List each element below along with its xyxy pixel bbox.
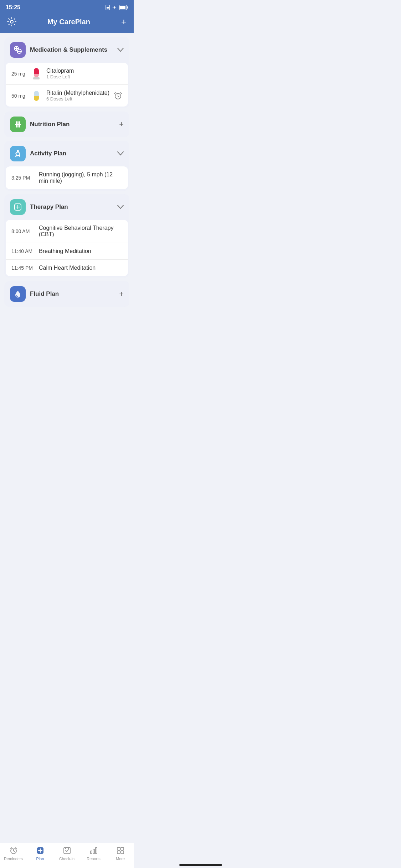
nutrition-title: Nutrition Plan: [30, 121, 115, 128]
citalopram-icon: [31, 68, 42, 79]
therapy-item-calm[interactable]: 11:45 PM Calm Heart Meditation: [6, 260, 128, 276]
running-name: Running (jogging), 5 mph (12 min mile): [39, 171, 122, 184]
svg-rect-4: [127, 6, 128, 9]
therapy-toggle[interactable]: [117, 205, 124, 209]
main-content: Medication & Supplements 25 mg Citalopra: [0, 33, 134, 335]
activity-header[interactable]: Activity Plan: [4, 141, 129, 166]
medication-header[interactable]: Medication & Supplements: [4, 37, 129, 63]
activity-toggle[interactable]: [117, 151, 124, 156]
fluid-section: Fluid Plan +: [4, 281, 129, 307]
fluid-title: Fluid Plan: [30, 290, 115, 298]
medication-item-citalopram[interactable]: 25 mg Citalopram 1 Dose Left: [6, 63, 128, 85]
ritalin-icon: [31, 91, 42, 101]
medication-icon: [10, 42, 26, 58]
nutrition-icon: [10, 117, 26, 132]
app-header: My CarePlan +: [0, 14, 134, 33]
citalopram-sub: 1 Dose Left: [46, 74, 122, 79]
fluid-icon: [10, 286, 26, 302]
therapy-section: Therapy Plan 8:00 AM Cognitive Behaviora…: [4, 194, 129, 278]
status-time: 15:25: [6, 4, 20, 11]
header-title: My CarePlan: [47, 18, 90, 26]
status-icons: ✈: [105, 5, 128, 10]
ritalin-dose: 50 mg: [11, 93, 26, 99]
activity-item-running[interactable]: 3:25 PM Running (jogging), 5 mph (12 min…: [6, 166, 128, 189]
therapy-list: 8:00 AM Cognitive Behavioral Therapy (CB…: [6, 220, 128, 276]
airplane-icon: ✈: [112, 5, 117, 10]
nutrition-section: Nutrition Plan +: [4, 112, 129, 137]
calm-time: 11:45 PM: [11, 265, 35, 271]
breathing-time: 11:40 AM: [11, 248, 35, 254]
medication-toggle[interactable]: [117, 48, 124, 52]
breathing-name: Breathing Meditation: [39, 248, 122, 254]
ritalin-alarm-icon[interactable]: [114, 92, 122, 100]
status-bar: 15:25 ✈: [0, 0, 134, 14]
activity-icon: [10, 146, 26, 161]
therapy-icon: [10, 199, 26, 215]
svg-rect-1: [107, 7, 109, 9]
fluid-header[interactable]: Fluid Plan +: [4, 281, 129, 307]
cbt-name: Cognitive Behavioral Therapy (CBT): [39, 225, 122, 238]
medication-item-ritalin[interactable]: 50 mg Ritalin (Methylphenidate) 6 Doses …: [6, 85, 128, 107]
battery-icon: [119, 5, 128, 10]
therapy-item-cbt[interactable]: 8:00 AM Cognitive Behavioral Therapy (CB…: [6, 220, 128, 243]
therapy-item-breathing[interactable]: 11:40 AM Breathing Meditation: [6, 243, 128, 260]
nutrition-header[interactable]: Nutrition Plan +: [4, 112, 129, 137]
therapy-title: Therapy Plan: [30, 203, 113, 211]
nutrition-add[interactable]: +: [119, 120, 124, 129]
citalopram-dose: 25 mg: [11, 71, 26, 77]
medication-title: Medication & Supplements: [30, 46, 113, 53]
settings-button[interactable]: [7, 17, 16, 26]
activity-section: Activity Plan 3:25 PM Running (jogging),…: [4, 141, 129, 191]
svg-point-5: [10, 20, 13, 23]
cbt-time: 8:00 AM: [11, 228, 35, 234]
ritalin-sub: 6 Doses Left: [46, 96, 109, 102]
activity-list: 3:25 PM Running (jogging), 5 mph (12 min…: [6, 166, 128, 189]
ritalin-name: Ritalin (Methylphenidate): [46, 90, 109, 96]
add-button[interactable]: +: [121, 17, 127, 26]
calm-name: Calm Heart Meditation: [39, 265, 122, 271]
svg-rect-3: [119, 6, 125, 9]
citalopram-name: Citalopram: [46, 68, 122, 74]
medication-section: Medication & Supplements 25 mg Citalopra: [4, 37, 129, 108]
activity-title: Activity Plan: [30, 150, 113, 157]
running-time: 3:25 PM: [11, 175, 35, 181]
fluid-add[interactable]: +: [119, 289, 124, 299]
therapy-header[interactable]: Therapy Plan: [4, 194, 129, 220]
medication-list: 25 mg Citalopram 1 Dose Left 50 mg: [6, 63, 128, 107]
sim-icon: [105, 5, 110, 10]
